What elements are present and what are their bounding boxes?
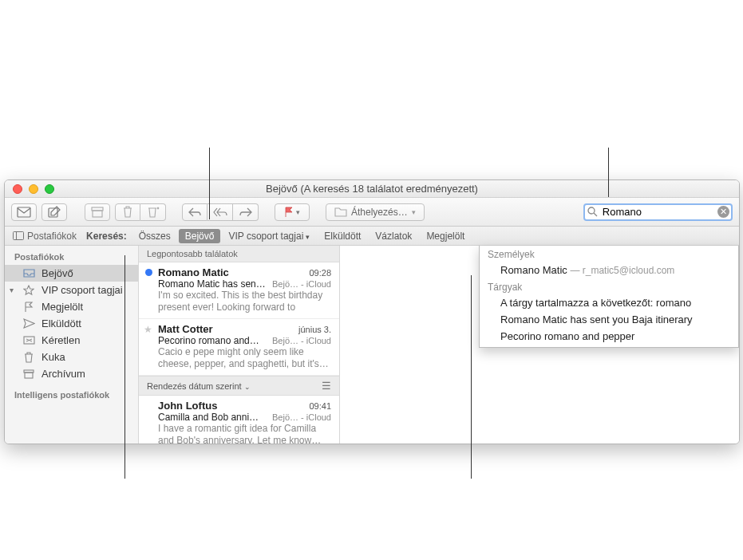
reply-icon: [188, 207, 201, 217]
search-input[interactable]: [583, 203, 733, 221]
delete-button[interactable]: [115, 203, 140, 221]
mail-window: Bejövő (A keresés 18 találatot eredménye…: [4, 179, 740, 444]
sidebar-item-junk[interactable]: Kéretlen: [5, 332, 138, 349]
sidebar-item-label: VIP csoport tagjai: [41, 284, 123, 296]
minimize-window-button[interactable]: [29, 184, 38, 194]
archive-button[interactable]: [85, 203, 110, 221]
sidebar-item-label: Megjelölt: [41, 301, 83, 313]
chevron-down-icon: ▾: [306, 233, 310, 241]
filter-tab-drafts[interactable]: Vázlatok: [369, 229, 418, 243]
search-suggestions-dropdown: Személyek Romano Matic — r_matic5@icloud…: [479, 246, 739, 348]
reply-all-button[interactable]: [207, 203, 233, 221]
reply-all-icon: [213, 207, 227, 217]
mailboxes-toggle[interactable]: Postafiókok: [5, 231, 85, 242]
sidebar-item-label: Kéretlen: [41, 334, 80, 346]
sidebar-item-inbox[interactable]: Bejövő: [5, 265, 138, 282]
get-mail-button[interactable]: [11, 203, 37, 221]
message-sender: Matt Cotter: [158, 323, 213, 335]
svg-rect-0: [18, 207, 30, 217]
dropdown-subject-item[interactable]: Romano Matic has sent you Baja itinerary: [480, 311, 738, 328]
callout-line: [608, 148, 609, 197]
dropdown-subjects-header: Tárgyak: [480, 278, 738, 294]
filter-tab-flagged[interactable]: Megjelölt: [420, 229, 471, 243]
dropdown-person-item[interactable]: Romano Matic — r_matic5@icloud.com: [480, 262, 738, 278]
sort-header[interactable]: Rendezés dátum szerint ⌄ ☰: [139, 376, 339, 396]
toolbar: ▾ Áthelyezés… ▾ ✕: [5, 198, 739, 227]
message-sender: John Loftus: [158, 400, 217, 412]
svg-rect-5: [14, 232, 24, 240]
zoom-window-button[interactable]: [45, 184, 54, 194]
dropdown-people-header: Személyek: [480, 246, 738, 262]
sidebar-item-sent[interactable]: Elküldött: [5, 315, 138, 332]
sidebar-item-flagged[interactable]: Megjelölt: [5, 298, 138, 315]
move-to-button[interactable]: Áthelyezés… ▾: [326, 203, 425, 221]
close-window-button[interactable]: [13, 184, 22, 194]
junk-icon: [147, 206, 160, 218]
search-icon: [587, 207, 598, 217]
reply-button[interactable]: [182, 203, 207, 221]
archive-icon: [22, 369, 35, 379]
message-row[interactable]: Romano Matic 09:28 Romano Matic has sent…: [139, 262, 339, 319]
chevron-down-icon: ⌄: [244, 383, 251, 391]
sidebar-item-label: Bejövő: [41, 267, 73, 279]
dropdown-subject-item[interactable]: A tárgy tartalmazza a következőt: romano: [480, 294, 738, 311]
message-list: Legpontosabb találatok Romano Matic 09:2…: [139, 246, 340, 444]
junk-button[interactable]: [140, 203, 166, 221]
person-email: — r_matic5@icloud.com: [570, 265, 674, 276]
dropdown-subject-item[interactable]: Pecorino romano and pepper: [480, 328, 738, 347]
message-preview: I'm so excited. This is the best birthda…: [158, 290, 331, 314]
clear-search-button[interactable]: ✕: [717, 206, 729, 218]
sent-icon: [22, 318, 35, 329]
svg-rect-2: [92, 207, 103, 211]
message-mailbox: Bejö… - iCloud: [272, 412, 331, 422]
message-row[interactable]: John Loftus 09:41 Camilla and Bob anni… …: [139, 396, 339, 444]
sidebar-item-vip[interactable]: VIP csoport tagjai: [5, 282, 138, 298]
compose-button[interactable]: [41, 203, 67, 221]
message-subject: Pecorino romano and…: [158, 335, 267, 346]
message-time: 09:28: [309, 268, 331, 278]
inbox-icon: [22, 269, 35, 278]
callout-line: [471, 275, 472, 479]
titlebar: Bejövő (A keresés 18 találatot eredménye…: [5, 180, 739, 198]
filter-tab-sent[interactable]: Elküldött: [318, 229, 367, 243]
flag-icon: [284, 207, 294, 218]
search-scope-label: Keresés:: [85, 231, 132, 242]
top-hits-header: Legpontosabb találatok: [139, 246, 339, 262]
sidebar-item-label: Kuka: [41, 351, 65, 363]
message-preview: Cacio e pepe might only seem like cheese…: [158, 346, 331, 370]
chevron-down-icon: ▾: [296, 208, 300, 216]
filter-tab-all[interactable]: Összes: [132, 229, 177, 243]
message-row[interactable]: ★ Matt Cotter június 3. Pecorino romano …: [139, 319, 339, 376]
envelope-icon: [17, 207, 31, 218]
search-field-container: ✕: [583, 203, 733, 221]
forward-button[interactable]: [233, 203, 259, 221]
svg-rect-3: [93, 211, 102, 217]
junk-icon: [22, 336, 35, 345]
preview-pane: Személyek Romano Matic — r_matic5@icloud…: [340, 246, 739, 444]
sidebar-item-label: Elküldött: [41, 317, 81, 329]
message-time: 09:41: [309, 401, 331, 411]
chevron-down-icon: ▾: [412, 208, 416, 216]
message-mailbox: Bejö… - iCloud: [272, 336, 331, 345]
filter-bar: Postafiókok Keresés: Összes Bejövő VIP c…: [5, 227, 739, 246]
sidebar-item-trash[interactable]: Kuka: [5, 349, 138, 365]
filter-tab-inbox[interactable]: Bejövő: [179, 229, 221, 243]
trash-icon: [122, 206, 133, 218]
message-subject: Camilla and Bob anni…: [158, 412, 267, 423]
person-name: Romano Matic: [500, 264, 567, 276]
sidebar-section-header: Postafiókok: [5, 250, 138, 265]
callout-line: [124, 255, 125, 479]
sidebar: Postafiókok Bejövő VIP csoport tagjai Me…: [5, 246, 139, 444]
filter-tab-vip[interactable]: VIP csoport tagjai▾: [222, 229, 316, 243]
window-title: Bejövő (A keresés 18 találatot eredménye…: [266, 183, 478, 195]
list-options-icon[interactable]: ☰: [322, 380, 331, 392]
unread-indicator: [145, 269, 152, 276]
message-preview: I have a romantic gift idea for Camilla …: [158, 423, 331, 444]
flag-button[interactable]: ▾: [275, 203, 310, 221]
compose-icon: [48, 206, 61, 219]
forward-icon: [239, 207, 252, 217]
sidebar-item-archive[interactable]: Archívum: [5, 365, 138, 382]
traffic-lights: [5, 184, 54, 194]
message-subject: Romano Matic has sent…: [158, 278, 267, 290]
svg-point-4: [588, 207, 595, 214]
